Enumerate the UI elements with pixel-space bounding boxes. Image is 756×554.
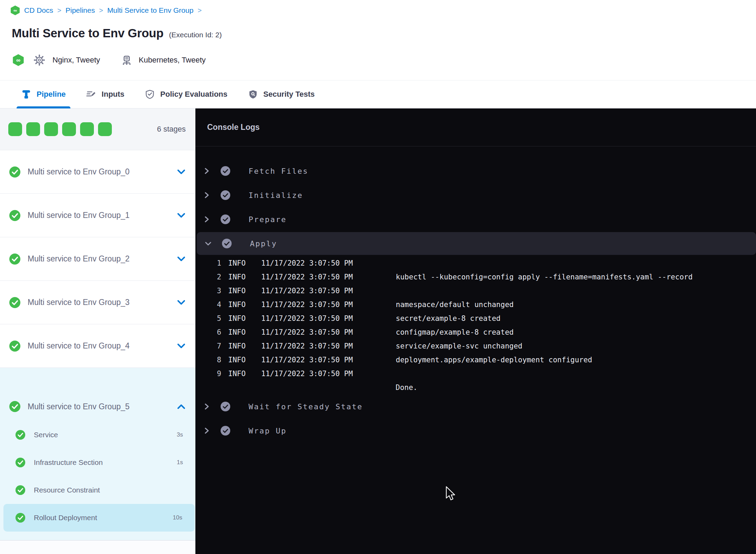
stage-label: Multi service to Env Group_5 [28, 402, 129, 411]
stage-success-icon [9, 210, 21, 221]
sidebar-footer [0, 540, 195, 554]
log-line: 2 INFO 11/17/2022 3:07:50 PM kubectl --k… [195, 270, 756, 284]
log-level: INFO [228, 314, 246, 323]
breadcrumb-link-pipeline-name[interactable]: Multi Service to Env Group [107, 6, 194, 15]
chevron-down-icon[interactable] [177, 170, 185, 174]
stage-row-3[interactable]: Multi service to Env Group_3 [0, 280, 195, 324]
inputs-icon [86, 89, 96, 99]
chevron-up-icon[interactable] [177, 404, 185, 409]
console-logs-panel: Console Logs Fetch Files Initialize Prep… [195, 108, 756, 554]
environments-label: Kubernetes, Tweety [139, 56, 206, 65]
log-step-label: Apply [250, 239, 277, 248]
log-line: 1 INFO 11/17/2022 3:07:50 PM [195, 256, 756, 270]
log-timestamp: 11/17/2022 3:07:50 PM [261, 259, 379, 267]
chevron-right-icon[interactable] [204, 403, 210, 410]
harness-cd-logo-icon: ∞ [12, 54, 24, 66]
stage-row-4[interactable]: Multi service to Env Group_4 [0, 324, 195, 367]
step-row-rollout-deployment[interactable]: Rollout Deployment 10s [3, 504, 195, 532]
log-level: INFO [228, 342, 246, 350]
log-lines: 1 INFO 11/17/2022 3:07:50 PM 2 INFO 11/1… [195, 256, 756, 394]
log-level: INFO [228, 370, 246, 378]
log-message: kubectl --kubeconfig=config apply --file… [396, 273, 693, 281]
log-line-number: 9 [202, 370, 221, 378]
step-success-icon [222, 238, 232, 249]
log-line-number: 7 [202, 342, 221, 350]
execution-meta-row: ∞ Nginx, Tweety [12, 52, 206, 68]
step-label: Infrastructure Section [34, 458, 103, 467]
step-success-icon [220, 190, 231, 200]
log-line: 8 INFO 11/17/2022 3:07:50 PM deployment.… [195, 353, 756, 367]
tab-pipeline[interactable]: Pipeline [21, 80, 66, 108]
tab-policy-evaluations[interactable]: Policy Evaluations [145, 80, 227, 108]
log-line: 6 INFO 11/17/2022 3:07:50 PM configmap/e… [195, 325, 756, 339]
stages-sidebar: 6 stages Multi service to Env Group_0 Mu… [0, 108, 195, 554]
stage-row-1[interactable]: Multi service to Env Group_1 [0, 193, 195, 237]
log-line-number: 8 [202, 356, 221, 364]
log-done-message: Done. [195, 381, 756, 394]
services-label: Nginx, Tweety [52, 56, 100, 65]
chevron-down-icon[interactable] [177, 257, 185, 261]
page-header: ∞ CD Docs > Pipelines > Multi Service to… [0, 0, 756, 80]
log-step-apply[interactable]: Apply [197, 232, 756, 255]
chevron-right-icon[interactable] [204, 192, 210, 198]
chevron-right-icon[interactable] [204, 428, 210, 434]
log-step-label: Initialize [249, 191, 303, 200]
stage-row-2[interactable]: Multi service to Env Group_2 [0, 237, 195, 280]
log-message: secret/example-8 created [396, 314, 501, 323]
console-logs-title: Console Logs [207, 123, 260, 132]
chevron-down-icon[interactable] [177, 300, 185, 305]
log-line-number: 3 [202, 287, 221, 295]
log-step-wait-for-steady-state[interactable]: Wait for Steady State [195, 394, 756, 419]
chevron-right-icon[interactable] [204, 216, 210, 222]
breadcrumb-link-pipelines[interactable]: Pipelines [66, 6, 95, 15]
log-level: INFO [228, 356, 246, 364]
breadcrumb-separator: > [197, 7, 202, 15]
log-timestamp: 11/17/2022 3:07:50 PM [261, 314, 379, 323]
breadcrumb-separator: > [99, 7, 103, 15]
step-row-infrastructure-section[interactable]: Infrastructure Section 1s [0, 449, 195, 476]
step-row-resource-constraint[interactable]: Resource Constraint [0, 476, 195, 504]
chevron-down-icon[interactable] [177, 213, 185, 218]
tab-label: Pipeline [37, 90, 66, 99]
breadcrumb-link-cd-docs[interactable]: CD Docs [24, 6, 53, 15]
shield-search-icon [248, 89, 258, 99]
stage-group-expanded: Multi service to Env Group_5 Service 3s … [0, 367, 195, 540]
log-timestamp: 11/17/2022 3:07:50 PM [261, 287, 379, 295]
tab-inputs[interactable]: Inputs [86, 80, 124, 108]
svg-text:∞: ∞ [13, 8, 17, 13]
step-duration: 3s [177, 431, 183, 438]
execution-tabbar: Pipeline Inputs Policy Evaluations [0, 80, 756, 108]
tab-label: Policy Evaluations [160, 90, 227, 99]
log-step-label: Wait for Steady State [249, 402, 363, 411]
stage-label: Multi service to Env Group_2 [28, 254, 129, 264]
harness-cd-logo-icon: ∞ [10, 6, 20, 15]
stage-status-square [62, 122, 76, 136]
log-timestamp: 11/17/2022 3:07:50 PM [261, 273, 379, 281]
stage-row-0[interactable]: Multi service to Env Group_0 [0, 150, 195, 193]
step-success-icon [220, 166, 231, 176]
chevron-down-icon[interactable] [177, 344, 185, 348]
log-message: deployment.apps/example-deployment confi… [396, 356, 592, 364]
stage-row-5[interactable]: Multi service to Env Group_5 [0, 392, 195, 421]
step-row-service[interactable]: Service 3s [0, 421, 195, 449]
stage-status-square [8, 122, 22, 136]
step-label: Service [34, 431, 58, 439]
stage-label: Multi service to Env Group_0 [28, 167, 129, 176]
log-step-label: Prepare [249, 215, 287, 224]
chevron-right-icon[interactable] [204, 168, 210, 174]
step-success-icon [220, 401, 231, 412]
log-timestamp: 11/17/2022 3:07:50 PM [261, 328, 379, 336]
log-level: INFO [228, 300, 246, 309]
chevron-down-icon[interactable] [205, 241, 211, 246]
log-step-initialize[interactable]: Initialize [195, 183, 756, 207]
log-step-prepare[interactable]: Prepare [195, 207, 756, 231]
tab-security-tests[interactable]: Security Tests [248, 80, 315, 108]
log-line: 4 INFO 11/17/2022 3:07:50 PM namespace/d… [195, 298, 756, 312]
step-label: Resource Constraint [34, 486, 100, 494]
stage-success-icon [9, 166, 21, 178]
log-step-fetch-files[interactable]: Fetch Files [195, 159, 756, 183]
log-line: 5 INFO 11/17/2022 3:07:50 PM secret/exam… [195, 312, 756, 325]
log-timestamp: 11/17/2022 3:07:50 PM [261, 342, 379, 350]
log-step-wrap-up[interactable]: Wrap Up [195, 419, 756, 443]
stage-status-square [80, 122, 94, 136]
